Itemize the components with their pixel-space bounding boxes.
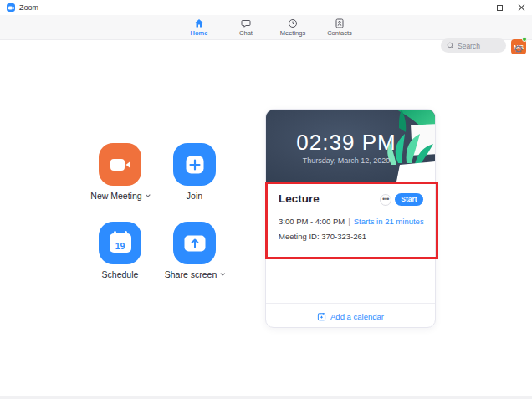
top-nav-bar: Home Chat Meetings Contacts (0, 15, 532, 40)
clock-date: Thursday, March 12, 2020 (266, 156, 427, 165)
start-meeting-button[interactable]: Start (395, 193, 423, 206)
online-status-dot (522, 37, 527, 42)
tab-home-label: Home (191, 29, 208, 37)
maximize-button[interactable] (489, 0, 510, 15)
add-calendar-label: Add a calendar (330, 312, 384, 321)
chat-icon (241, 18, 251, 28)
meeting-time-row: 3:00 PM - 4:00 PM|Starts in 21 minutes (279, 217, 424, 226)
meeting-card: 02:39 PM Thursday, March 12, 2020 Lectur… (265, 109, 436, 328)
share-screen-button[interactable]: Share screen (173, 222, 216, 264)
title-bar: Zoom (0, 0, 532, 15)
plus-icon (186, 156, 204, 174)
maximize-icon (497, 5, 503, 11)
new-meeting-label: New Meeting (90, 191, 141, 201)
tab-contacts-label: Contacts (327, 29, 352, 37)
contact-card-icon (335, 18, 345, 28)
tab-chat[interactable]: Chat (226, 18, 266, 38)
share-screen-label: Share screen (165, 269, 217, 279)
meeting-time-range: 3:00 PM - 4:00 PM (279, 217, 345, 226)
minimize-icon (474, 8, 481, 8)
clock-time: 02:39 PM (266, 130, 427, 156)
clock-panel: 02:39 PM Thursday, March 12, 2020 (266, 110, 435, 182)
clock-icon (288, 18, 298, 28)
window-title: Zoom (19, 3, 38, 12)
meeting-title: Lecture (279, 192, 320, 205)
minimize-button[interactable] (467, 0, 489, 15)
close-icon (518, 4, 524, 11)
video-camera-icon (110, 157, 131, 172)
starts-in-link[interactable]: Starts in 21 minutes (354, 217, 424, 226)
tab-chat-label: Chat (239, 29, 253, 37)
schedule-button[interactable]: 19 Schedule (99, 222, 141, 264)
zoom-app-window: Zoom Home Chat (0, 0, 532, 399)
calendar-plus-icon (317, 312, 326, 321)
tab-home[interactable]: Home (179, 18, 219, 38)
chevron-down-icon[interactable] (220, 271, 225, 276)
add-calendar-button[interactable]: Add a calendar (266, 303, 435, 328)
calendar-day: 19 (115, 239, 125, 253)
search-input[interactable] (458, 42, 504, 50)
zoom-app-icon (7, 3, 15, 12)
separator: | (348, 217, 350, 226)
schedule-label: Schedule (102, 269, 139, 279)
search-box[interactable] (441, 38, 506, 53)
new-meeting-button[interactable]: New Meeting (99, 143, 141, 186)
share-arrow-icon (184, 235, 206, 252)
tab-meetings-label: Meetings (280, 29, 305, 37)
meeting-more-button[interactable]: ••• (380, 194, 391, 206)
search-icon (447, 42, 454, 49)
nav-tabs: Home Chat Meetings Contacts (179, 18, 360, 38)
settings-gear-icon[interactable]: ⚙ (514, 43, 524, 55)
calendar-icon: 19 (110, 233, 131, 253)
tab-meetings[interactable]: Meetings (273, 18, 313, 38)
close-button[interactable] (510, 0, 532, 15)
home-icon (194, 18, 204, 28)
chevron-down-icon[interactable] (146, 192, 151, 197)
join-label: Join (187, 191, 202, 201)
meeting-id: Meeting ID: 370-323-261 (279, 232, 366, 241)
join-button[interactable]: Join (173, 143, 216, 186)
tab-contacts[interactable]: Contacts (320, 18, 360, 38)
